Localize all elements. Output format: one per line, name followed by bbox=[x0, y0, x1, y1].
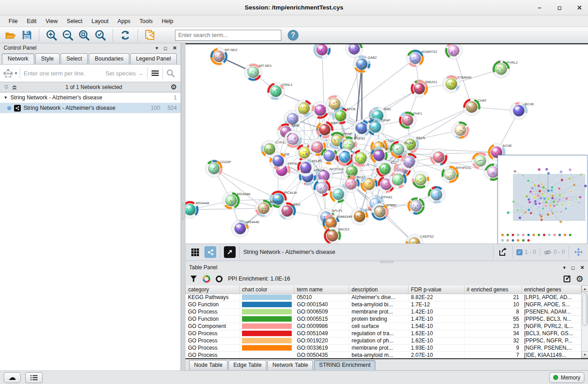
zoom-fit-button[interactable] bbox=[77, 28, 91, 42]
menu-select[interactable]: Select bbox=[63, 17, 87, 26]
network-node[interactable]: BIN1 bbox=[279, 202, 301, 220]
column-header[interactable]: category bbox=[186, 286, 240, 294]
menu-tools[interactable]: Tools bbox=[135, 17, 156, 26]
table-row[interactable]: GO ProcessGO:0050435beta-amyloid m...2.0… bbox=[186, 351, 581, 358]
column-header[interactable]: FDR p-value bbox=[408, 286, 464, 294]
network-node[interactable]: BCHE bbox=[510, 102, 534, 120]
network-row[interactable]: String Network - Alzheimer's disease 100… bbox=[0, 103, 180, 113]
cloud-button[interactable]: ☁ bbox=[4, 372, 21, 383]
table-scrollbar[interactable]: ▲ ▼ bbox=[581, 286, 588, 358]
gear-icon[interactable]: ⚙ bbox=[576, 275, 583, 283]
splitter-handle[interactable] bbox=[182, 204, 184, 220]
tab-network[interactable]: Network bbox=[2, 53, 34, 64]
network-node[interactable]: VSNL1 bbox=[267, 83, 293, 100]
birds-eye-graph[interactable] bbox=[498, 155, 587, 244]
refresh-button[interactable] bbox=[119, 28, 132, 42]
minimize-button[interactable]: – bbox=[536, 4, 544, 11]
network-node[interactable]: CHAT bbox=[463, 98, 487, 116]
menu-apps[interactable]: Apps bbox=[114, 17, 135, 26]
string-query-input[interactable]: Enter one term per line. Set species → bbox=[20, 70, 147, 77]
network-node[interactable] bbox=[313, 179, 331, 197]
network-node[interactable]: ABCA7 bbox=[255, 200, 281, 217]
column-header[interactable]: description bbox=[349, 286, 408, 294]
network-node[interactable] bbox=[313, 44, 331, 59]
menu-file[interactable]: File bbox=[5, 17, 22, 26]
table-row[interactable]: GO ProcessGO:0006509membrane prot...1.42… bbox=[186, 308, 581, 315]
help-button[interactable]: ? bbox=[288, 30, 299, 41]
network-node[interactable] bbox=[412, 171, 430, 189]
menu-layout[interactable]: Layout bbox=[87, 17, 113, 26]
gear-icon[interactable]: ⚙ bbox=[171, 84, 177, 91]
table-row[interactable]: GO ProcessGO:0033619membrane prot...1.93… bbox=[186, 344, 581, 351]
network-node[interactable]: GFAP bbox=[367, 118, 391, 136]
menu-edit[interactable]: Edit bbox=[23, 17, 41, 26]
network-node[interactable]: MT-ND1 bbox=[245, 64, 272, 81]
table-row[interactable]: GO ProcessGO:0051049regulation of tra...… bbox=[186, 330, 581, 337]
network-node[interactable]: MS4A4A bbox=[185, 201, 209, 219]
tab-node-table[interactable]: Node Table bbox=[189, 360, 228, 370]
menu-view[interactable]: View bbox=[42, 17, 62, 26]
network-node[interactable]: APBB1 bbox=[371, 203, 397, 221]
network-node[interactable]: MTHFD1L bbox=[441, 166, 472, 183]
network-node[interactable] bbox=[430, 149, 448, 166]
save-session-button[interactable] bbox=[20, 28, 33, 42]
column-header[interactable]: # enriched genes bbox=[464, 286, 522, 294]
tree-expander-icon[interactable]: ▼ bbox=[4, 95, 8, 100]
menu-help[interactable]: Help bbox=[158, 17, 178, 26]
task-list-button[interactable] bbox=[25, 372, 43, 383]
network-node[interactable]: PHF1 bbox=[399, 112, 422, 129]
network-node[interactable]: MS4A6A bbox=[223, 192, 251, 210]
birds-eye-view[interactable] bbox=[498, 155, 588, 244]
maximize-button[interactable]: ◻ bbox=[555, 5, 564, 11]
expand-all-icon[interactable] bbox=[12, 84, 17, 90]
tab-legend-panel[interactable]: Legend Panel bbox=[130, 53, 177, 64]
zoom-out-button[interactable] bbox=[61, 28, 75, 42]
panel-splitter-horizontal[interactable] bbox=[185, 260, 588, 263]
search-input[interactable] bbox=[175, 30, 281, 41]
tab-select[interactable]: Select bbox=[61, 53, 88, 64]
export-view-button[interactable] bbox=[497, 246, 509, 258]
scroll-thumb[interactable] bbox=[583, 293, 588, 326]
collapse-all-icon[interactable] bbox=[4, 84, 9, 90]
tab-network-table[interactable]: Network Table bbox=[267, 360, 313, 370]
string-source-selector[interactable]: STRING ▾ bbox=[3, 68, 20, 79]
tab-style[interactable]: Style bbox=[35, 53, 60, 64]
zoom-in-button[interactable] bbox=[45, 28, 58, 42]
network-canvas[interactable]: MT-ND2MT-ND1VSNL1GAB2ADAMTS2PVRL2TOMM40S… bbox=[185, 43, 588, 244]
network-node[interactable] bbox=[408, 197, 425, 215]
network-node[interactable]: PVRL2 bbox=[493, 61, 518, 78]
table-row[interactable]: GO FunctionGO:0001540beta-amyloid bi...1… bbox=[186, 301, 581, 308]
open-session-button[interactable] bbox=[4, 28, 17, 42]
panel-collapse-icon[interactable]: ▾ bbox=[156, 45, 158, 51]
filter-icon[interactable] bbox=[190, 275, 197, 282]
network-node[interactable] bbox=[452, 122, 469, 139]
grid-view-button[interactable] bbox=[189, 246, 201, 258]
select-terms-icon[interactable] bbox=[564, 276, 570, 282]
network-collection-row[interactable]: ▼ String Network - Alzheimer's disease 1 bbox=[0, 93, 180, 103]
table-row[interactable]: GO ProcessGO:0019220regulation of ph...1… bbox=[186, 337, 581, 344]
scroll-down-button[interactable]: ▼ bbox=[582, 351, 588, 358]
share-view-button[interactable] bbox=[204, 246, 216, 258]
memory-button[interactable]: Memory bbox=[549, 372, 584, 383]
column-header[interactable]: term name bbox=[294, 286, 349, 294]
panel-collapse-icon[interactable]: ▾ bbox=[563, 265, 566, 271]
network-node[interactable]: SMUG1 bbox=[411, 80, 437, 98]
panel-splitter-vertical[interactable] bbox=[181, 43, 185, 370]
network-node[interactable] bbox=[330, 186, 347, 203]
panel-float-icon[interactable]: ◻ bbox=[571, 265, 574, 270]
string-search-button[interactable] bbox=[162, 67, 178, 80]
table-row[interactable]: KEGG Pathways05010Alzheimer's dise...8.8… bbox=[186, 294, 581, 301]
table-row[interactable]: GO FunctionGO:0005515protein binding1.47… bbox=[186, 315, 581, 323]
panel-float-icon[interactable]: ◻ bbox=[163, 46, 167, 51]
tab-string-enrichment[interactable]: STRING Enrichment bbox=[314, 360, 375, 370]
network-node[interactable] bbox=[428, 186, 446, 204]
column-header[interactable]: chart color bbox=[240, 286, 294, 294]
network-node[interactable]: MS4A4E bbox=[232, 220, 260, 238]
network-node[interactable]: ADAMTS2 bbox=[407, 50, 437, 67]
pie-chart-icon[interactable] bbox=[203, 275, 210, 283]
network-node[interactable] bbox=[445, 44, 463, 60]
network-node[interactable] bbox=[472, 152, 489, 170]
zoom-selected-button[interactable] bbox=[94, 28, 107, 42]
panel-close-icon[interactable]: ✕ bbox=[173, 45, 177, 51]
network-node[interactable]: BACE2 bbox=[324, 227, 350, 244]
